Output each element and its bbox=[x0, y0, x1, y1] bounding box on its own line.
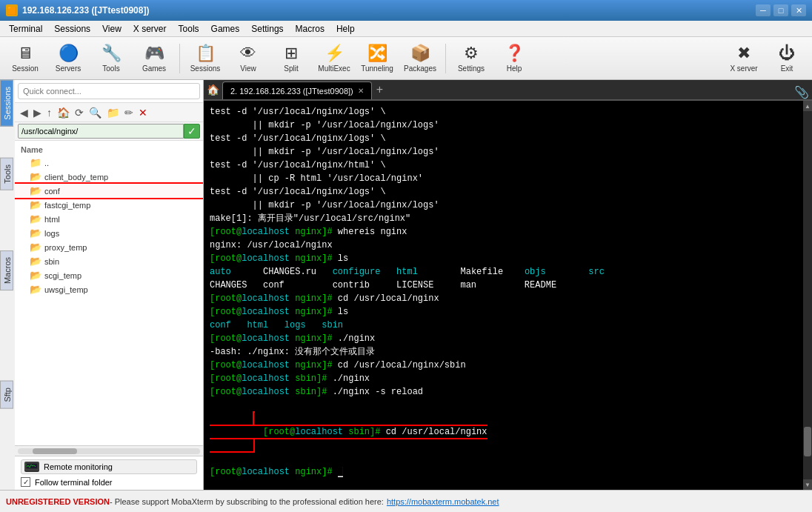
monitor-svg bbox=[24, 462, 39, 472]
tree-item-client-body-temp[interactable]: 📂 client_body_temp bbox=[15, 170, 203, 184]
menu-settings[interactable]: Settings bbox=[245, 22, 289, 36]
fb-refresh-btn[interactable]: ⟳ bbox=[73, 106, 86, 119]
menu-xserver[interactable]: X server bbox=[127, 22, 173, 36]
term-line-17: conf html logs sbin bbox=[210, 319, 802, 332]
tree-item-uwsgi-temp[interactable]: 📂 uwsgi_temp bbox=[15, 282, 203, 296]
term-line-3: test -d '/usr/local/nginx/logs' \ bbox=[210, 132, 802, 145]
home-icon[interactable]: 🏠 bbox=[207, 84, 219, 96]
tree-item-fastcgi-temp[interactable]: 📂 fastcgi_temp bbox=[15, 198, 203, 212]
close-button[interactable]: ✕ bbox=[791, 4, 806, 16]
view-label: View bbox=[240, 64, 256, 73]
toolbar-packages[interactable]: 📦 Packages bbox=[401, 40, 439, 77]
unregistered-label: UNREGISTERED VERSION bbox=[6, 497, 110, 506]
tab-sessions[interactable]: Sessions bbox=[0, 80, 13, 127]
terminal-tab[interactable]: 2. 192.168.126.233 ([JTtest0908]) ✕ bbox=[222, 82, 372, 99]
toolbar-session[interactable]: 🖥 Session bbox=[6, 40, 44, 77]
toolbar-tunneling[interactable]: 🔀 Tunneling bbox=[358, 40, 396, 77]
follow-folder-label: Follow terminal folder bbox=[35, 478, 113, 487]
tree-header: Name bbox=[15, 144, 203, 156]
fb-delete-btn[interactable]: ✕ bbox=[136, 106, 150, 119]
tree-item-conf[interactable]: 📂 conf bbox=[15, 184, 203, 198]
folder-icon-scgi-temp: 📂 bbox=[30, 270, 41, 281]
term-line-19: -bash: ./nginx: 没有那个文件或目录 bbox=[210, 345, 802, 359]
toolbar-split[interactable]: ⊞ Split bbox=[272, 40, 310, 77]
toolbar-settings[interactable]: ⚙ Settings bbox=[452, 40, 490, 77]
left-bottom: Remote monitoring Follow terminal folder bbox=[15, 456, 203, 490]
follow-folder-checkbox[interactable] bbox=[21, 477, 30, 487]
toolbar-xserver[interactable]: ✖ X server bbox=[725, 40, 763, 77]
tree-item-scgi-temp[interactable]: 📂 scgi_temp bbox=[15, 268, 203, 282]
menu-tools[interactable]: Tools bbox=[173, 22, 205, 36]
left-scrollbar[interactable] bbox=[15, 445, 203, 456]
window-controls: ─ □ ✕ bbox=[756, 4, 806, 16]
tree-item-sbin[interactable]: 📂 sbin bbox=[15, 254, 203, 268]
tree-item-label-dotdot: .. bbox=[44, 159, 49, 167]
tree-item-dotdot[interactable]: 📁 .. bbox=[15, 156, 203, 170]
fb-rename-btn[interactable]: ✏ bbox=[122, 106, 136, 119]
toolbar-multiexec[interactable]: ⚡ MultiExec bbox=[315, 40, 353, 77]
menu-view[interactable]: View bbox=[96, 22, 127, 36]
tree-item-logs[interactable]: 📂 logs bbox=[15, 226, 203, 240]
minimize-button[interactable]: ─ bbox=[756, 4, 771, 16]
toolbar-sep-2 bbox=[445, 44, 446, 73]
toolbar-servers[interactable]: 🔵 Servers bbox=[49, 40, 87, 77]
toolbar-help[interactable]: ❓ Help bbox=[495, 40, 533, 77]
term-line-16: [root@localhost nginx]# ls bbox=[210, 305, 802, 319]
menu-games[interactable]: Games bbox=[205, 22, 246, 36]
toolbar-view[interactable]: 👁 View bbox=[229, 40, 267, 77]
term-line-14: CHANGES conf contrib LICENSE man README bbox=[210, 279, 802, 292]
maximize-button[interactable]: □ bbox=[773, 4, 788, 16]
toolbar-games[interactable]: 🎮 Games bbox=[135, 40, 173, 77]
scroll-down-btn[interactable]: ▼ bbox=[803, 479, 812, 490]
path-input[interactable] bbox=[18, 124, 184, 139]
tree-item-label-logs: logs bbox=[44, 229, 59, 238]
tree-item-proxy-temp[interactable]: 📂 proxy_temp bbox=[15, 240, 203, 254]
term-line-2: || mkdir -p '/usr/local/nginx/logs' bbox=[210, 119, 802, 132]
attach-icon[interactable]: 📎 bbox=[794, 85, 809, 99]
terminal[interactable]: test -d '/usr/local/nginx/logs' \ || mkd… bbox=[204, 101, 812, 490]
term-line-8: || mkdir -p '/usr/local/nginx/logs' bbox=[210, 199, 802, 212]
tab-close-btn[interactable]: ✕ bbox=[358, 87, 364, 95]
tree-item-label-client-body-temp: client_body_temp bbox=[44, 173, 108, 182]
tab-macros[interactable]: Macros bbox=[0, 250, 13, 290]
toolbar-sessions[interactable]: 📋 Sessions bbox=[186, 40, 224, 77]
term-line-22: [root@localhost sbin]# ./nginx -s reload bbox=[210, 385, 802, 399]
mobaxterm-link[interactable]: https://mobaxterm.mobatek.net bbox=[387, 497, 499, 506]
fb-back-btn[interactable]: ◀ bbox=[18, 106, 30, 119]
menu-sessions[interactable]: Sessions bbox=[48, 22, 96, 36]
menu-terminal[interactable]: Terminal bbox=[3, 22, 48, 36]
tunneling-icon: 🔀 bbox=[367, 44, 387, 63]
follow-terminal-folder[interactable]: Follow terminal folder bbox=[21, 477, 197, 487]
fb-up-btn[interactable]: ↑ bbox=[44, 106, 54, 119]
remote-monitoring[interactable]: Remote monitoring bbox=[21, 459, 197, 474]
menu-help[interactable]: Help bbox=[330, 22, 361, 36]
remote-mon-label: Remote monitoring bbox=[44, 462, 113, 471]
fb-home-btn[interactable]: 🏠 bbox=[55, 106, 72, 119]
tab-sftp[interactable]: Sftp bbox=[0, 381, 13, 409]
packages-label: Packages bbox=[404, 64, 436, 73]
scroll-thumb[interactable] bbox=[33, 448, 77, 454]
tree-item-html[interactable]: 📂 html bbox=[15, 212, 203, 226]
help-label: Help bbox=[507, 64, 522, 73]
term-line-9: make[1]: 离开目录"/usr/local/src/nginx" bbox=[210, 212, 802, 225]
folder-icon-conf: 📂 bbox=[30, 185, 41, 196]
multiexec-label: MultiExec bbox=[318, 64, 350, 73]
scroll-up-btn[interactable]: ▲ bbox=[803, 101, 812, 111]
quick-connect-input[interactable] bbox=[18, 83, 200, 99]
tab-tools[interactable]: Tools bbox=[0, 158, 13, 190]
right-scrollbar[interactable]: ▲ ▼ bbox=[803, 101, 812, 490]
xserver-label: X server bbox=[730, 64, 757, 73]
term-line-4: || mkdir -p '/usr/local/nginx/logs' bbox=[210, 145, 802, 159]
new-tab-button[interactable]: + bbox=[372, 83, 387, 96]
fb-search-btn[interactable]: 🔍 bbox=[87, 106, 104, 119]
toolbar-exit[interactable]: ⏻ Exit bbox=[768, 40, 806, 77]
toolbar-tools[interactable]: 🔧 Tools bbox=[92, 40, 130, 77]
scroll-thumb[interactable] bbox=[804, 427, 811, 456]
fb-forward-btn[interactable]: ▶ bbox=[31, 106, 44, 119]
menu-macros[interactable]: Macros bbox=[290, 22, 330, 36]
svg-rect-1 bbox=[27, 464, 37, 468]
term-line-10: [root@localhost nginx]# whereis nginx bbox=[210, 225, 802, 239]
path-go-button[interactable]: ✓ bbox=[184, 124, 200, 139]
fb-new-folder-btn[interactable]: 📁 bbox=[104, 106, 122, 119]
tree-item-label-html: html bbox=[44, 215, 60, 224]
